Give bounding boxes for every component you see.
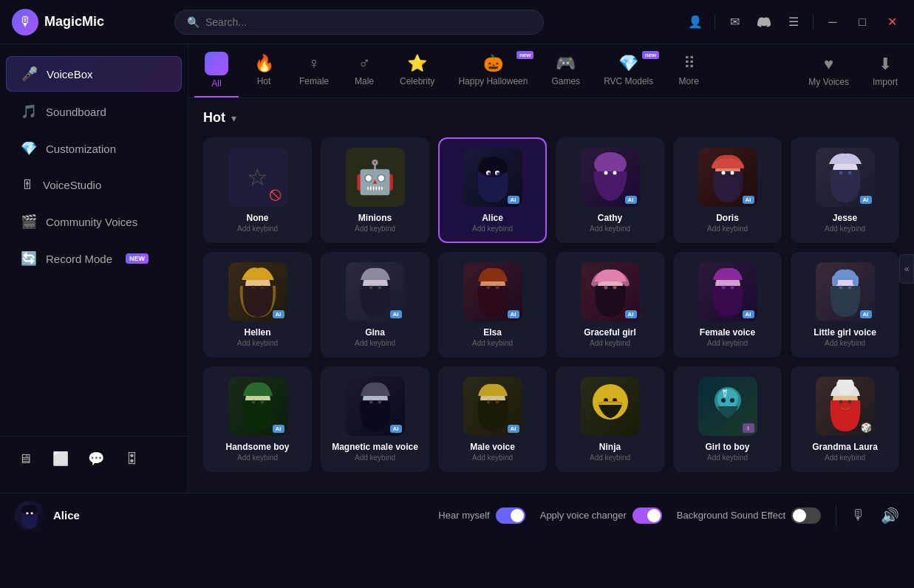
voice-card-elsa[interactable]: AI Elsa Add keybind xyxy=(438,252,547,358)
tab-games-label: Games xyxy=(551,76,580,86)
communityvoices-icon: 🎬 xyxy=(21,213,37,230)
search-bar[interactable]: 🔍 xyxy=(174,10,544,35)
sidebar-item-voicestudio[interactable]: 🎚 VoiceStudio xyxy=(6,168,182,202)
maximize-button[interactable]: □ xyxy=(852,12,873,33)
voice-keybind-ninja: Add keybind xyxy=(590,454,630,462)
search-input[interactable] xyxy=(205,16,531,28)
microphone-icon[interactable]: 🎙 xyxy=(851,507,866,524)
voice-card-littlegirlvoice[interactable]: AI Little girl voice Add keybind xyxy=(791,252,899,358)
sidebar-item-soundboard[interactable]: 🎵 Soundboard xyxy=(6,95,182,129)
svg-point-30 xyxy=(730,286,734,290)
tab-all[interactable]: 🎙 All xyxy=(194,44,239,98)
voice-card-none[interactable]: ☆ 🚫 None Add keybind xyxy=(203,137,312,243)
myvoices-icon: ♥ xyxy=(824,55,833,74)
voice-card-magneticmale[interactable]: AI Magnetic male voice Add keybind xyxy=(321,366,429,472)
voice-card-hellen[interactable]: AI Hellen Add keybind xyxy=(203,252,312,358)
voice-keybind-femalevoice: Add keybind xyxy=(707,339,748,347)
minimize-button[interactable]: ─ xyxy=(822,12,843,33)
sliders-icon[interactable]: 🎛 xyxy=(121,448,142,469)
rvc-icon: 💎 xyxy=(618,54,638,73)
tab-myvoices-label: My Voices xyxy=(808,77,849,87)
voice-name-magneticmale: Magnetic male voice xyxy=(332,442,418,452)
svg-point-9 xyxy=(613,171,616,175)
current-voice-avatar xyxy=(15,501,44,530)
svg-point-56 xyxy=(839,400,842,404)
tab-female[interactable]: ♀ Female xyxy=(289,47,339,95)
voice-avatar-minions: 🤖 xyxy=(346,148,405,207)
elsa-ai-badge: AI xyxy=(508,310,519,318)
svg-text:⚧: ⚧ xyxy=(722,389,728,397)
voice-card-ninja[interactable]: Ninja Add keybind xyxy=(556,366,664,472)
hear-myself-toggle[interactable] xyxy=(496,507,525,524)
voice-keybind-magneticmale: Add keybind xyxy=(355,454,395,462)
voice-card-doris[interactable]: AI Doris Add keybind xyxy=(673,137,782,243)
section-dropdown-icon[interactable]: ▾ xyxy=(231,112,236,124)
section-header: Hot ▾ xyxy=(203,110,899,126)
tab-more-label: More xyxy=(679,76,699,86)
voice-avatar-alice: AI xyxy=(463,148,522,207)
close-button[interactable]: ✕ xyxy=(881,12,902,33)
voice-name-handsomeboy: Handsome boy xyxy=(225,442,289,452)
sidebar-item-communityvoices[interactable]: 🎬 Community Voices xyxy=(6,205,182,239)
app-logo-icon: 🎙 xyxy=(12,9,38,35)
tab-hot[interactable]: 🔥 Hot xyxy=(242,47,286,95)
voice-card-alice[interactable]: AI Alice Add keybind xyxy=(438,137,547,243)
voice-avatar-grandmalaura: 🎲 xyxy=(816,377,875,436)
halloween-badge: new xyxy=(516,51,534,59)
voice-card-grandmalaura[interactable]: 🎲 Grandma Laura Add keybind xyxy=(791,366,899,472)
bg-sound-toggle[interactable] xyxy=(791,507,821,524)
chat-icon[interactable]: 💬 xyxy=(86,448,106,469)
speaker-icon[interactable]: 🔊 xyxy=(881,507,899,524)
menu-icon[interactable]: ☰ xyxy=(783,12,804,33)
monitor-icon[interactable]: 🖥 xyxy=(15,448,35,469)
divider2 xyxy=(813,15,814,30)
tab-myvoices[interactable]: ♥ My Voices xyxy=(798,47,859,95)
svg-point-60 xyxy=(26,512,28,514)
sidebar: 🎤 VoiceBox 🎵 Soundboard 💎 Customization … xyxy=(0,44,188,493)
rvc-badge: new xyxy=(642,51,660,59)
svg-point-24 xyxy=(495,286,499,290)
voice-card-minions[interactable]: 🤖 Minions Add keybind xyxy=(321,137,429,243)
discord-icon[interactable] xyxy=(754,12,774,33)
voice-card-femalevoice[interactable]: AI Female voice Add keybind xyxy=(673,252,782,358)
voice-card-girltoboy[interactable]: ⚧ ♀ Girl to boy Add keybind xyxy=(673,366,782,472)
tab-male[interactable]: ♂ Male xyxy=(342,47,386,95)
sidebar-label-voicestudio: VoiceStudio xyxy=(43,179,101,191)
voice-card-gina[interactable]: AI Gina Add keybind xyxy=(321,252,429,358)
voice-name-cathy: Cathy xyxy=(598,213,622,223)
tab-rvcmodels[interactable]: new 💎 RVC Models xyxy=(593,47,664,95)
sidebar-item-voicebox[interactable]: 🎤 VoiceBox xyxy=(6,56,182,92)
voice-keybind-gina: Add keybind xyxy=(355,339,395,347)
svg-point-35 xyxy=(848,286,851,290)
voice-card-cathy[interactable]: AI Cathy Add keybind xyxy=(556,137,664,243)
svg-point-11 xyxy=(721,171,725,175)
games-icon: 🎮 xyxy=(556,54,576,73)
tab-male-label: Male xyxy=(355,76,374,86)
voice-keybind-gracefulgirl: Add keybind xyxy=(590,339,630,347)
sidebar-item-recordmode[interactable]: 🔄 Record Mode NEW xyxy=(6,242,182,276)
tab-more[interactable]: ⠿ More xyxy=(666,47,711,95)
mail-icon[interactable]: ✉ xyxy=(724,12,745,33)
svg-point-61 xyxy=(31,512,33,514)
tab-games[interactable]: 🎮 Games xyxy=(541,47,590,95)
svg-point-12 xyxy=(730,171,734,175)
voices-grid-row1: ☆ 🚫 None Add keybind 🤖 Minions Add keybi… xyxy=(203,137,899,243)
voice-card-jesse[interactable]: AI Jesse Add keybind xyxy=(791,137,899,243)
hear-myself-label: Hear myself xyxy=(438,510,489,521)
voice-card-malevoice[interactable]: AI Male voice Add keybind xyxy=(438,366,547,472)
sidebar-item-customization[interactable]: 💎 Customization xyxy=(6,131,182,165)
user-icon[interactable]: 👤 xyxy=(685,12,706,33)
tab-halloween[interactable]: new 🎃 Happy Halloween xyxy=(448,47,538,95)
tab-import[interactable]: ⬇ Import xyxy=(862,47,908,95)
apply-voice-toggle[interactable] xyxy=(632,507,662,524)
voice-name-gracefulgirl: Graceful girl xyxy=(584,327,636,338)
square-icon[interactable]: ⬜ xyxy=(50,448,71,469)
titlebar-controls: 👤 ✉ ☰ ─ □ ✕ xyxy=(685,12,902,33)
voice-card-handsomeboy[interactable]: AI Handsome boy Add keybind xyxy=(203,366,312,472)
voice-avatar-none: ☆ 🚫 xyxy=(228,148,287,207)
svg-point-52 xyxy=(730,398,734,403)
voice-keybind-elsa: Add keybind xyxy=(472,339,513,347)
tab-celebrity[interactable]: ⭐ Celebrity xyxy=(389,47,445,95)
voice-card-gracefulgirl[interactable]: AI Graceful girl Add keybind xyxy=(556,252,664,358)
collapse-panel-btn[interactable]: « xyxy=(899,254,914,284)
